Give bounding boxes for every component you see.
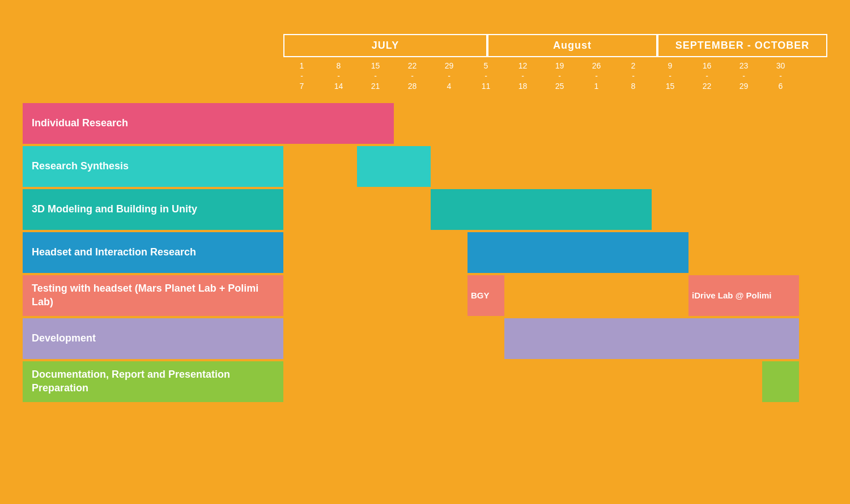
week-col-12: 23-29: [725, 61, 762, 92]
task-timeline-2: [283, 189, 827, 230]
gantt-bar-4-0: BGY: [468, 275, 504, 316]
month-august: August: [487, 34, 657, 57]
gantt-bar-0-0: [283, 103, 394, 144]
gantt-bar-5-0: [504, 318, 799, 359]
week-col-11: 16-22: [688, 61, 725, 92]
task-row: Testing with headset (Mars Planet Lab + …: [23, 275, 827, 316]
task-row: Individual Research: [23, 103, 827, 144]
task-timeline-0: [283, 103, 827, 144]
task-label-6: Documentation, Report and Presentation P…: [23, 361, 283, 402]
task-row: Development: [23, 318, 827, 359]
task-label-5: Development: [23, 318, 283, 359]
month-headers: JULY August SEPTEMBER - OCTOBER: [283, 34, 827, 57]
task-row: 3D Modeling and Building in Unity: [23, 189, 827, 230]
gantt-bar-4-1: iDrive Lab @ Polimi: [688, 275, 799, 316]
task-label-3: Headset and Interaction Research: [23, 232, 283, 273]
tasks-container: Individual ResearchResearch Synthesis3D …: [23, 103, 827, 404]
task-timeline-4: BGYiDrive Lab @ Polimi: [283, 275, 827, 316]
week-col-4: 29-4: [431, 61, 468, 92]
task-label-0: Individual Research: [23, 103, 283, 144]
task-timeline-5: [283, 318, 827, 359]
week-col-2: 15-21: [357, 61, 394, 92]
week-col-0: 1-7: [283, 61, 320, 92]
week-col-5: 5-11: [468, 61, 504, 92]
gantt-bar-2-0: [431, 189, 652, 230]
weeks-row: 1-78-1415-2122-2829-45-1112-1819-2526-12…: [283, 61, 827, 92]
task-row: Documentation, Report and Presentation P…: [23, 361, 827, 402]
week-col-3: 22-28: [394, 61, 431, 92]
month-july: JULY: [283, 34, 487, 57]
task-timeline-6: [283, 361, 827, 402]
week-col-13: 30-6: [762, 61, 799, 92]
week-col-6: 12-18: [504, 61, 541, 92]
task-label-2: 3D Modeling and Building in Unity: [23, 189, 283, 230]
task-timeline-3: [283, 232, 827, 273]
gantt-bar-6-0: [762, 361, 799, 402]
week-col-7: 19-25: [541, 61, 578, 92]
gantt-chart: JULY August SEPTEMBER - OCTOBER 1-78-141…: [23, 34, 827, 404]
week-col-8: 26-1: [578, 61, 615, 92]
week-col-9: 2-8: [615, 61, 652, 92]
month-sep-oct: SEPTEMBER - OCTOBER: [657, 34, 827, 57]
week-col-1: 8-14: [320, 61, 357, 92]
gantt-bar-1-0: [357, 146, 431, 187]
gantt-bar-3-0: [468, 232, 688, 273]
task-label-1: Research Synthesis: [23, 146, 283, 187]
task-row: Headset and Interaction Research: [23, 232, 827, 273]
task-label-4: Testing with headset (Mars Planet Lab + …: [23, 275, 283, 316]
task-timeline-1: [283, 146, 827, 187]
task-row: Research Synthesis: [23, 146, 827, 187]
week-col-10: 9-15: [652, 61, 688, 92]
